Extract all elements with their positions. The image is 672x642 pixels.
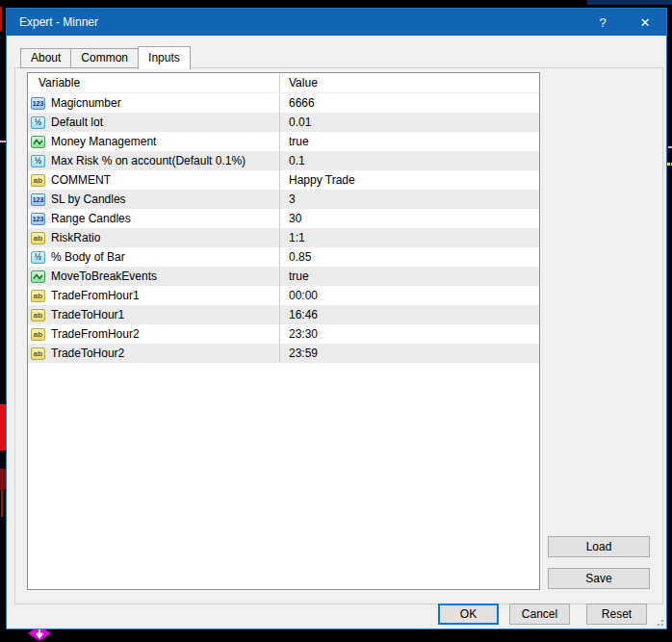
- variable-name: TradeFromHour2: [51, 327, 140, 341]
- variable-value[interactable]: 00:00: [289, 289, 318, 302]
- tab-strip: About Common Inputs: [20, 45, 191, 68]
- variable-name: Magicnumber: [51, 96, 121, 110]
- reset-button[interactable]: Reset: [586, 603, 647, 625]
- table-row[interactable]: ab COMMENT Happy Trade: [28, 170, 539, 190]
- table-row[interactable]: MoveToBreakEvents true: [28, 267, 539, 286]
- table-row[interactable]: ½ Default lot 0.01: [28, 113, 539, 132]
- value-cell[interactable]: 16:46: [279, 305, 539, 324]
- variable-cell: 123 SL by Candles: [28, 190, 279, 209]
- type-int-icon: 123: [31, 97, 45, 110]
- table-row[interactable]: ab TradeToHour2 23:59: [28, 344, 539, 363]
- variable-value[interactable]: 0.01: [289, 116, 311, 129]
- table-row[interactable]: ab RiskRatio 1:1: [28, 228, 539, 247]
- variable-name: Max Risk % on account(Default 0.1%): [51, 154, 246, 167]
- value-cell[interactable]: 6666: [279, 93, 539, 113]
- table-row[interactable]: ab TradeFromHour1 00:00: [28, 286, 539, 305]
- variable-name: RiskRatio: [51, 231, 100, 244]
- variable-value[interactable]: 0.1: [289, 154, 305, 167]
- type-bool-icon: [31, 136, 45, 148]
- help-button[interactable]: ?: [582, 9, 624, 36]
- inputs-table: Variable Value 123 Magicnumber 6666 ½ De…: [27, 72, 540, 590]
- variable-value[interactable]: 0.85: [289, 250, 311, 264]
- chart-line-fragment-right: [668, 146, 672, 148]
- variable-cell: ½ Max Risk % on account(Default 0.1%): [28, 151, 279, 170]
- resize-grip[interactable]: [655, 617, 663, 626]
- variable-value[interactable]: true: [289, 135, 309, 148]
- type-string-icon: ab: [31, 347, 45, 360]
- inputs-tab-panel: Variable Value 123 Magicnumber 6666 ½ De…: [14, 67, 663, 604]
- value-cell[interactable]: Happy Trade: [279, 170, 539, 190]
- type-string-icon: ab: [31, 309, 45, 321]
- variable-cell: ab TradeToHour1: [28, 305, 279, 324]
- chart-background: Expert - Minner ? ✕ About Common Inputs …: [0, 0, 672, 642]
- value-cell[interactable]: 23:30: [279, 324, 539, 344]
- table-row[interactable]: ½ % Body of Bar 0.85: [28, 247, 539, 267]
- value-cell[interactable]: true: [279, 267, 539, 286]
- value-cell[interactable]: 0.85: [279, 247, 539, 267]
- table-row[interactable]: 123 Range Candles 30: [28, 209, 539, 228]
- variable-name: % Body of Bar: [51, 250, 125, 264]
- value-cell[interactable]: 0.1: [279, 151, 539, 170]
- variable-value[interactable]: 3: [289, 193, 296, 206]
- cancel-button[interactable]: Cancel: [509, 603, 570, 625]
- variable-value[interactable]: true: [289, 270, 309, 283]
- type-int-icon: 123: [31, 213, 45, 225]
- tab-inputs[interactable]: Inputs: [138, 46, 191, 69]
- variable-value[interactable]: 1:1: [289, 231, 305, 244]
- value-cell[interactable]: 23:59: [279, 344, 539, 363]
- variable-cell: ab TradeToHour2: [28, 344, 279, 363]
- variable-cell: 123 Range Candles: [28, 209, 279, 228]
- help-icon: ?: [599, 15, 606, 30]
- table-row[interactable]: Money Management true: [28, 132, 539, 151]
- value-cell[interactable]: 0.01: [279, 113, 539, 132]
- chart-candle-wick: [1, 490, 3, 517]
- variable-value[interactable]: Happy Trade: [289, 173, 355, 187]
- type-double-icon: ½: [31, 155, 45, 167]
- type-double-icon: ½: [31, 116, 45, 129]
- window-title: Expert - Minner: [19, 15, 98, 29]
- variable-value[interactable]: 6666: [289, 96, 315, 110]
- variable-cell: Money Management: [28, 132, 279, 151]
- type-string-icon: ab: [31, 328, 45, 341]
- tab-about[interactable]: About: [20, 48, 70, 68]
- value-cell[interactable]: 1:1: [279, 228, 539, 247]
- table-row[interactable]: 123 Magicnumber 6666: [28, 93, 539, 113]
- value-cell[interactable]: 3: [279, 190, 539, 209]
- variable-name: Range Candles: [51, 212, 131, 225]
- variable-cell: ½ Default lot: [28, 113, 279, 132]
- value-cell[interactable]: true: [279, 132, 539, 151]
- variable-value[interactable]: 23:30: [289, 327, 318, 341]
- type-string-icon: ab: [31, 232, 45, 244]
- type-bool-icon: [31, 270, 45, 283]
- table-row[interactable]: ab TradeFromHour2 23:30: [28, 324, 539, 344]
- variable-cell: ½ % Body of Bar: [28, 247, 279, 267]
- column-header-value[interactable]: Value: [279, 73, 539, 92]
- background-window-strip: [587, 0, 672, 5]
- variable-name: Money Management: [51, 135, 156, 148]
- table-row[interactable]: 123 SL by Candles 3: [28, 190, 539, 209]
- load-button[interactable]: Load: [548, 536, 650, 557]
- value-cell[interactable]: 30: [279, 209, 539, 228]
- type-int-icon: 123: [31, 193, 45, 206]
- table-row[interactable]: ab TradeToHour1 16:46: [28, 305, 539, 324]
- type-double-icon: ½: [31, 251, 45, 264]
- tab-common[interactable]: Common: [70, 48, 138, 68]
- value-cell[interactable]: 00:00: [279, 286, 539, 305]
- titlebar-buttons: ? ✕: [582, 9, 666, 36]
- titlebar[interactable]: Expert - Minner ? ✕: [7, 9, 666, 36]
- variable-value[interactable]: 16:46: [289, 308, 318, 321]
- save-button[interactable]: Save: [548, 568, 650, 589]
- variable-name: SL by Candles: [51, 193, 126, 206]
- variable-cell: 123 Magicnumber: [28, 93, 279, 113]
- column-header-variable[interactable]: Variable: [28, 76, 279, 90]
- type-string-icon: ab: [31, 290, 45, 302]
- variable-value[interactable]: 30: [289, 212, 301, 225]
- ok-button[interactable]: OK: [438, 603, 499, 625]
- variable-value[interactable]: 23:59: [289, 347, 318, 360]
- variable-name: TradeToHour2: [51, 347, 124, 360]
- table-row[interactable]: ½ Max Risk % on account(Default 0.1%) 0.…: [28, 151, 539, 170]
- close-button[interactable]: ✕: [624, 9, 666, 36]
- variable-cell: MoveToBreakEvents: [28, 267, 279, 286]
- variable-cell: ab COMMENT: [28, 170, 279, 190]
- chart-dot-yellow: [667, 163, 670, 166]
